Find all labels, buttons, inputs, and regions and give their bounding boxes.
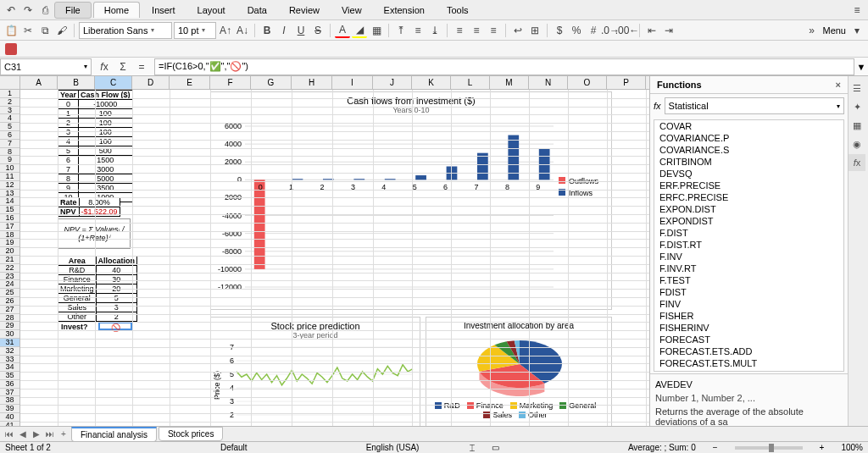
underline-icon[interactable]: U — [293, 23, 309, 38]
function-item[interactable]: FINV — [654, 298, 843, 310]
align-right-icon[interactable]: ≡ — [486, 23, 501, 38]
col-header[interactable]: K — [412, 76, 451, 89]
status-zoom[interactable]: 100% — [841, 443, 863, 452]
menu-chevron-icon[interactable]: ▾ — [849, 23, 865, 38]
align-center-icon[interactable]: ≡ — [469, 23, 484, 38]
collapse-ribbon-icon[interactable]: » — [804, 23, 819, 38]
function-item[interactable]: FORECAST.ETS.MULT — [654, 357, 843, 369]
formula-expand-icon[interactable]: ▼ — [854, 62, 868, 72]
sidebar-tab-navigator-icon[interactable]: ◉ — [849, 135, 865, 152]
wrap-icon[interactable]: ↩ — [510, 23, 526, 38]
menu-label[interactable]: Menu — [822, 25, 846, 36]
indent-dec-icon[interactable]: ⇤ — [644, 23, 659, 38]
border-icon[interactable]: ▦ — [369, 23, 384, 38]
function-item[interactable]: F.INV.RT — [654, 262, 843, 274]
sheet-tab-financial[interactable]: Financial analysis — [71, 427, 157, 442]
sheet-next-icon[interactable]: ▶ — [31, 429, 42, 439]
grow-font-icon[interactable]: A↑ — [218, 23, 233, 38]
align-top-icon[interactable]: ⤒ — [393, 23, 409, 38]
shrink-font-icon[interactable]: A↓ — [235, 23, 250, 38]
sheet-last-icon[interactable]: ⏭ — [44, 429, 56, 439]
col-header[interactable]: P — [607, 76, 646, 89]
function-item[interactable]: F.TEST — [654, 274, 843, 286]
redo-icon[interactable]: ↷ — [20, 3, 36, 18]
sidebar-tab-styles-icon[interactable]: ✦ — [849, 98, 865, 115]
number-icon[interactable]: # — [586, 23, 601, 38]
function-item[interactable]: COVARIANCE.S — [654, 144, 843, 156]
menu-tools[interactable]: Tools — [437, 3, 479, 18]
chart-cashflows[interactable]: Cash flows from investment ($) Years 0-1… — [210, 91, 612, 310]
function-item[interactable]: CRITBINOM — [654, 156, 843, 168]
col-header[interactable]: M — [490, 76, 529, 89]
zoom-slider[interactable] — [735, 446, 803, 450]
align-left-icon[interactable]: ≡ — [452, 23, 467, 38]
equals-icon[interactable]: = — [134, 59, 149, 75]
print-icon[interactable]: ⎙ — [37, 3, 53, 18]
status-selection-mode-icon[interactable]: ▭ — [492, 443, 499, 452]
menu-home[interactable]: Home — [93, 2, 140, 18]
function-item[interactable]: FORECAST — [654, 334, 843, 345]
cut-icon[interactable]: ✂ — [20, 23, 36, 38]
col-header[interactable]: B — [58, 76, 95, 89]
fx-icon[interactable]: fx — [97, 59, 112, 75]
fill-color-icon[interactable]: ◢ — [352, 23, 367, 38]
menu-extension[interactable]: Extension — [374, 3, 435, 18]
function-item[interactable]: FISHERINV — [654, 322, 843, 334]
menu-insert[interactable]: Insert — [142, 3, 186, 18]
font-name-dropdown[interactable]: Liberation Sans▾ — [79, 22, 172, 39]
sidebar-tab-functions-icon[interactable]: fx — [849, 154, 865, 171]
function-item[interactable]: F.INV — [654, 251, 843, 262]
align-bottom-icon[interactable]: ⤓ — [427, 23, 442, 38]
function-item[interactable]: FISHER — [654, 310, 843, 322]
col-header[interactable]: E — [170, 76, 210, 89]
close-icon[interactable]: × — [836, 80, 841, 90]
col-header[interactable]: J — [373, 76, 412, 89]
extension-badge-icon[interactable] — [5, 43, 17, 55]
align-mid-icon[interactable]: ≡ — [410, 23, 426, 38]
cells-canvas[interactable]: YearCash Flow ($) 0-10000110021003100410… — [20, 90, 649, 432]
percent-icon[interactable]: % — [569, 23, 584, 38]
function-item[interactable]: EXPON.DIST — [654, 203, 843, 215]
font-color-icon[interactable]: A — [335, 23, 350, 38]
function-item[interactable]: EXPONDIST — [654, 215, 843, 227]
hamburger-icon[interactable]: ≡ — [849, 3, 865, 18]
undo-icon[interactable]: ↶ — [3, 3, 19, 18]
indent-inc-icon[interactable]: ⇥ — [661, 23, 676, 38]
sheet-prev-icon[interactable]: ◀ — [17, 429, 29, 439]
category-dropdown[interactable]: Statistical▾ — [665, 97, 844, 114]
col-header[interactable]: D — [132, 76, 170, 89]
select-all-corner[interactable] — [0, 76, 20, 89]
col-header[interactable]: A — [20, 76, 58, 89]
merge-icon[interactable]: ⊞ — [527, 23, 542, 38]
function-item[interactable]: COVAR — [654, 120, 843, 132]
formula-input[interactable]: =IF(C16>0,"✅","🚫") — [154, 58, 854, 75]
col-header[interactable]: H — [292, 76, 332, 89]
zoom-out-icon[interactable]: − — [713, 443, 718, 452]
strike-icon[interactable]: S — [310, 23, 326, 38]
name-box[interactable]: C31▾ — [0, 58, 92, 75]
sum-icon[interactable]: Σ — [115, 59, 131, 75]
col-header[interactable]: L — [451, 76, 490, 89]
function-item[interactable]: ERFC.PRECISE — [654, 191, 843, 203]
status-lang[interactable]: English (USA) — [366, 443, 420, 452]
paste-icon[interactable]: 📋 — [3, 23, 19, 38]
col-header[interactable]: F — [210, 76, 251, 89]
function-item[interactable]: DEVSQ — [654, 168, 843, 180]
function-item[interactable]: FORECAST.ETS.ADD — [654, 345, 843, 357]
function-item[interactable]: FDIST — [654, 286, 843, 298]
bold-icon[interactable]: B — [259, 23, 275, 38]
font-size-dropdown[interactable]: 10 pt▾ — [174, 22, 216, 39]
copy-icon[interactable]: ⧉ — [37, 23, 53, 38]
function-item[interactable]: ERF.PRECISE — [654, 180, 843, 191]
menu-review[interactable]: Review — [279, 3, 330, 18]
col-header[interactable]: O — [568, 76, 607, 89]
sidebar-tab-gallery-icon[interactable]: ▦ — [849, 117, 865, 134]
col-header[interactable]: C — [95, 76, 132, 89]
function-item[interactable]: F.DIST.RT — [654, 239, 843, 251]
status-insert-mode-icon[interactable]: ⌶ — [470, 443, 475, 452]
col-header[interactable]: N — [529, 76, 568, 89]
sidebar-tab-properties-icon[interactable]: ☰ — [849, 80, 865, 97]
menu-file[interactable]: File — [54, 2, 92, 19]
menu-layout[interactable]: Layout — [187, 3, 236, 18]
italic-icon[interactable]: I — [276, 23, 292, 38]
